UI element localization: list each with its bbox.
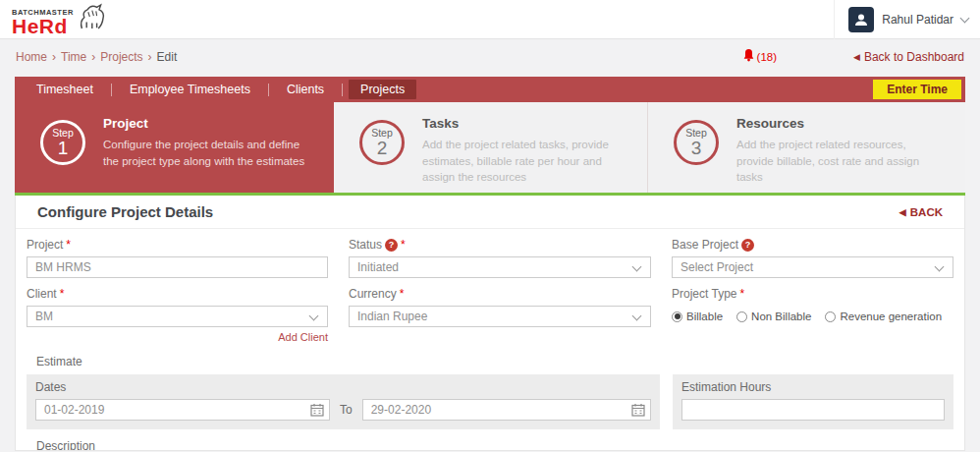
- radio-icon: [825, 311, 836, 322]
- step-number: 1: [58, 139, 69, 157]
- radio-non-billable[interactable]: Non Billable: [736, 311, 811, 322]
- estimate-section-label: Estimate: [36, 355, 964, 368]
- currency-select[interactable]: Indian Rupee: [349, 306, 651, 327]
- tab-separator: [268, 84, 269, 96]
- currency-value: Indian Rupee: [357, 310, 427, 323]
- field-project-type: Project Type * Billable Non Billable Rev…: [672, 287, 953, 343]
- enter-time-button[interactable]: Enter Time: [873, 80, 961, 99]
- project-label: Project: [27, 238, 63, 252]
- field-base-project: Base Project ? Select Project: [672, 238, 953, 278]
- estimation-hours-input[interactable]: [681, 399, 945, 421]
- notification-count: (18): [757, 51, 777, 63]
- dates-panel: Dates To: [27, 374, 660, 429]
- configure-project-card: Configure Project Details ◀ BACK Project…: [15, 196, 965, 451]
- radio-revenue-generation-label: Revenue generation: [840, 311, 942, 322]
- back-arrow-icon: ◀: [899, 207, 906, 217]
- tab-clients[interactable]: Clients: [275, 80, 336, 99]
- step-1-title: Project: [103, 116, 310, 131]
- chevron-down-icon: [309, 311, 319, 321]
- status-label: Status: [349, 238, 382, 252]
- status-value: Initiated: [357, 260, 399, 274]
- required-asterisk: *: [66, 238, 71, 252]
- step-3-title: Resources: [736, 116, 942, 131]
- tab-employee-timesheets[interactable]: Employee Timesheets: [118, 80, 262, 99]
- app-logo[interactable]: BATCHMASTER HeRd: [12, 2, 107, 36]
- radio-non-billable-label: Non Billable: [751, 311, 811, 322]
- field-project: Project *: [27, 238, 328, 278]
- client-select[interactable]: BM: [27, 306, 328, 327]
- field-currency: Currency * Indian Rupee: [349, 287, 651, 343]
- step-2-circle: Step 2: [359, 120, 405, 165]
- back-link[interactable]: ◀ BACK: [899, 206, 943, 218]
- project-type-label: Project Type: [672, 287, 736, 301]
- calendar-icon[interactable]: [310, 403, 324, 421]
- step-1-description: Configure the project details and define…: [103, 137, 310, 169]
- wizard-steps: Step 1 Project Configure the project det…: [15, 102, 965, 193]
- notifications-bell[interactable]: (18): [742, 48, 777, 66]
- tab-timesheet[interactable]: Timesheet: [25, 80, 105, 99]
- step-2-title: Tasks: [422, 116, 624, 131]
- back-to-dashboard-link[interactable]: ◀ Back to Dashboard: [853, 50, 964, 64]
- base-project-label: Base Project: [672, 238, 738, 252]
- required-asterisk: *: [60, 287, 65, 301]
- radio-billable[interactable]: Billable: [672, 311, 723, 322]
- breadcrumb-projects[interactable]: Projects: [100, 50, 142, 64]
- field-client: Client * BM Add Client: [27, 287, 328, 343]
- help-icon[interactable]: ?: [385, 239, 398, 252]
- base-project-select[interactable]: Select Project: [672, 256, 953, 278]
- date-to-input[interactable]: [362, 399, 651, 421]
- step-3-circle: Step 3: [674, 120, 719, 165]
- top-bar: BATCHMASTER HeRd Rahul Patidar: [0, 0, 980, 39]
- breadcrumb: Home › Time › Projects › Edit: [16, 50, 742, 64]
- zebra-logo-icon: [76, 2, 107, 35]
- brand-name-text: HeRd: [12, 16, 74, 36]
- bell-icon: [742, 48, 755, 66]
- chevron-down-icon: [935, 262, 945, 272]
- add-client-link[interactable]: Add Client: [27, 331, 328, 343]
- client-value: BM: [35, 310, 53, 323]
- breadcrumb-edit: Edit: [157, 50, 178, 64]
- step-1-project[interactable]: Step 1 Project Configure the project det…: [15, 102, 334, 193]
- project-input[interactable]: [27, 256, 328, 278]
- user-name: Rahul Patidar: [882, 13, 953, 27]
- estimation-hours-panel: Estimation Hours: [673, 374, 953, 429]
- back-arrow-icon: ◀: [853, 52, 860, 62]
- description-label: Description: [36, 439, 964, 451]
- step-word: Step: [371, 128, 393, 139]
- breadcrumb-separator: ›: [148, 50, 152, 64]
- breadcrumb-separator: ›: [91, 50, 95, 64]
- main-content: Timesheet Employee Timesheets Clients Pr…: [15, 77, 965, 451]
- radio-revenue-generation[interactable]: Revenue generation: [825, 311, 942, 322]
- required-asterisk: *: [400, 287, 405, 301]
- required-asterisk: *: [401, 238, 406, 252]
- calendar-icon[interactable]: [631, 403, 645, 421]
- page-title: Configure Project Details: [37, 203, 213, 220]
- date-from-input[interactable]: [35, 399, 330, 421]
- breadcrumb-home[interactable]: Home: [16, 50, 47, 64]
- base-project-value: Select Project: [681, 260, 753, 274]
- dates-label: Dates: [35, 380, 651, 394]
- step-3-resources[interactable]: Step 3 Resources Add the project related…: [648, 102, 965, 193]
- step-2-tasks[interactable]: Step 2 Tasks Add the project related tas…: [334, 102, 648, 193]
- estimation-hours-label: Estimation Hours: [681, 380, 945, 394]
- client-label: Client: [27, 287, 57, 301]
- module-tab-bar: Timesheet Employee Timesheets Clients Pr…: [15, 77, 965, 102]
- dates-to-label: To: [340, 403, 353, 417]
- field-status: Status ? * Initiated: [349, 238, 651, 278]
- breadcrumb-separator: ›: [52, 50, 56, 64]
- step-word: Step: [685, 128, 707, 139]
- radio-billable-label: Billable: [686, 311, 723, 322]
- step-word: Step: [52, 128, 74, 139]
- help-icon[interactable]: ?: [741, 239, 754, 252]
- currency-label: Currency: [349, 287, 397, 301]
- breadcrumb-time[interactable]: Time: [61, 50, 86, 64]
- step-3-description: Add the project related resources, provi…: [736, 137, 942, 186]
- tab-projects[interactable]: Projects: [349, 80, 416, 99]
- radio-icon: [736, 311, 747, 322]
- user-menu[interactable]: Rahul Patidar: [834, 0, 968, 39]
- status-select[interactable]: Initiated: [349, 256, 651, 278]
- step-number: 2: [377, 139, 388, 157]
- step-1-circle: Step 1: [40, 120, 85, 165]
- breadcrumb-row: Home › Time › Projects › Edit (18) ◀ Bac…: [0, 39, 980, 75]
- description-field: Description: [16, 429, 964, 451]
